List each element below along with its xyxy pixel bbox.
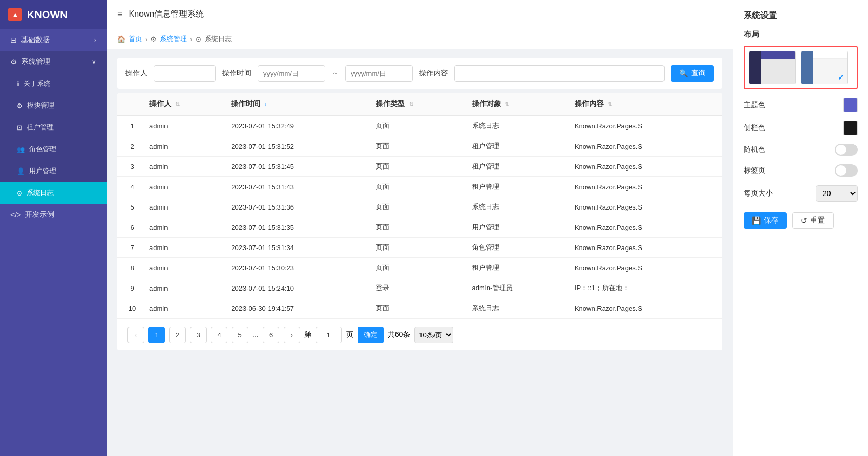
save-button-label: 保存 — [764, 216, 778, 225]
sidebar-item-tenant-mgmt[interactable]: ⊡ 租户管理 — [0, 116, 107, 138]
cell-target: 租户管理 — [466, 136, 568, 157]
sidebar-item-label: 用户管理 — [29, 166, 56, 176]
cell-type: 页面 — [369, 298, 465, 319]
gear-icon: ⚙ — [10, 58, 17, 66]
user-icon: 👤 — [17, 167, 25, 175]
content-input[interactable] — [454, 65, 665, 82]
cell-index: 5 — [117, 197, 143, 217]
page-btn-1[interactable]: 1 — [148, 327, 165, 343]
col-operator[interactable]: 操作人 ⇅ — [143, 93, 225, 115]
cell-operator: admin — [143, 258, 225, 278]
sidebar-item-about-system[interactable]: ℹ 关于系统 — [0, 73, 107, 95]
sort-icon-time[interactable]: ↓ — [264, 101, 267, 107]
content-area: 操作人 操作时间 ～ 操作内容 🔍 查询 操作人 ⇅ — [107, 49, 733, 456]
page-btn-5[interactable]: 5 — [232, 327, 248, 343]
save-button[interactable]: 💾 保存 — [744, 212, 787, 229]
page-confirm-button[interactable]: 确定 — [358, 327, 384, 343]
sidebar-item-label: 开发示例 — [25, 210, 54, 219]
date-start-input[interactable] — [258, 65, 325, 82]
cell-index: 3 — [117, 157, 143, 177]
system-mgmt-submenu: ℹ 关于系统 ⚙ 模块管理 ⊡ 租户管理 👥 角色管理 👤 — [0, 73, 107, 204]
cell-type: 页面 — [369, 217, 465, 238]
table-row: 6 admin 2023-07-01 15:31:35 页面 用户管理 Know… — [117, 217, 722, 238]
tab-page-toggle[interactable] — [835, 164, 858, 177]
sidebar-item-label: 系统日志 — [27, 188, 54, 198]
page-btn-4[interactable]: 4 — [211, 327, 227, 343]
table-row: 5 admin 2023-07-01 15:31:36 页面 系统日志 Know… — [117, 197, 722, 217]
total-info: 共60条 — [388, 330, 411, 340]
cell-content: Known.Razor.Pages.S — [568, 157, 722, 177]
sidebar-item-user-mgmt[interactable]: 👤 用户管理 — [0, 160, 107, 182]
home-icon: 🏠 — [117, 35, 125, 43]
cell-target: 系统日志 — [466, 298, 568, 319]
sort-icon-type[interactable]: ⇅ — [409, 101, 413, 107]
layout-dark-content — [761, 59, 795, 84]
cell-time: 2023-07-01 15:24:10 — [225, 278, 369, 298]
page-size-select[interactable]: 10条/页 20条/页 50条/页 — [414, 327, 453, 343]
col-content[interactable]: 操作内容 ⇅ — [568, 93, 722, 115]
page-btn-3[interactable]: 3 — [190, 327, 207, 343]
layout-option-light[interactable] — [801, 51, 848, 84]
cell-target: 租户管理 — [466, 177, 568, 197]
sidebar-item-module-mgmt[interactable]: ⚙ 模块管理 — [0, 95, 107, 116]
layout-selector — [744, 46, 858, 89]
layout-option-dark[interactable] — [749, 51, 796, 84]
cell-target: 系统日志 — [466, 197, 568, 217]
breadcrumb-system-mgmt[interactable]: 系统管理 — [160, 34, 187, 44]
cell-type: 页面 — [369, 157, 465, 177]
sort-icon-operator[interactable]: ⇅ — [175, 101, 180, 107]
breadcrumb-home[interactable]: 首页 — [129, 34, 142, 44]
page-btn-2[interactable]: 2 — [169, 327, 186, 343]
log-icon-breadcrumb: ⊙ — [196, 35, 201, 43]
table-row: 3 admin 2023-07-01 15:31:45 页面 租户管理 Know… — [117, 157, 722, 177]
cell-content: Known.Razor.Pages.S — [568, 177, 722, 197]
sidebar-item-basic-data[interactable]: ⊟ 基础数据 › — [0, 29, 107, 51]
logo: ▲ KNOWN — [0, 0, 107, 29]
query-button-label: 查询 — [691, 69, 706, 78]
operator-input[interactable] — [154, 65, 216, 82]
col-target[interactable]: 操作对象 ⇅ — [466, 93, 568, 115]
sidebar-color-swatch[interactable] — [843, 121, 858, 135]
page-goto-input[interactable] — [316, 327, 342, 343]
theme-color-swatch[interactable] — [843, 98, 858, 112]
table-row: 2 admin 2023-07-01 15:31:52 页面 租户管理 Know… — [117, 136, 722, 157]
sidebar-item-system-log[interactable]: ⊙ 系统日志 — [0, 182, 107, 204]
settings-actions: 💾 保存 ↺ 重置 — [744, 212, 858, 229]
page-btn-6[interactable]: 6 — [263, 327, 279, 343]
time-label: 操作时间 — [222, 69, 251, 78]
pagination-bar: ‹ 1 2 3 4 5 ... 6 › 第 页 确定 共60条 10条/页 20… — [117, 319, 722, 350]
reset-button[interactable]: ↺ 重置 — [792, 212, 834, 229]
database-icon: ⊟ — [10, 36, 17, 44]
cell-operator: admin — [143, 115, 225, 136]
data-table: 操作人 ⇅ 操作时间 ↓ 操作类型 ⇅ 操作对象 — [117, 93, 722, 319]
table-body: 1 admin 2023-07-01 15:32:49 页面 系统日志 Know… — [117, 115, 722, 319]
logo-text: KNOWN — [27, 9, 68, 21]
layout-dark-sidebar — [749, 51, 761, 84]
table-row: 4 admin 2023-07-01 15:31:43 页面 租户管理 Know… — [117, 177, 722, 197]
query-button[interactable]: 🔍 查询 — [671, 65, 714, 82]
sidebar-color-label: 侧栏色 — [744, 123, 765, 133]
cell-time: 2023-07-01 15:31:35 — [225, 217, 369, 238]
reset-icon: ↺ — [801, 216, 807, 225]
sidebar-item-dev-example[interactable]: </> 开发示例 — [0, 204, 107, 226]
tenant-icon: ⊡ — [17, 124, 22, 132]
date-end-input[interactable] — [345, 65, 413, 82]
sidebar-item-system-mgmt[interactable]: ⚙ 系统管理 ∨ — [0, 51, 107, 73]
sort-icon-content[interactable]: ⇅ — [608, 101, 612, 107]
col-time[interactable]: 操作时间 ↓ — [225, 93, 369, 115]
sidebar-item-role-mgmt[interactable]: 👥 角色管理 — [0, 138, 107, 160]
col-type[interactable]: 操作类型 ⇅ — [369, 93, 465, 115]
search-icon: 🔍 — [679, 69, 688, 77]
random-color-label: 随机色 — [744, 145, 765, 154]
tab-page-row: 标签页 — [744, 164, 858, 177]
cell-target: 租户管理 — [466, 157, 568, 177]
sort-icon-target[interactable]: ⇅ — [505, 101, 509, 107]
next-page-button[interactable]: › — [284, 327, 300, 343]
random-color-toggle[interactable] — [835, 144, 858, 156]
page-size-setting-select[interactable]: 10 20 50 100 — [816, 185, 858, 202]
cell-time: 2023-07-01 15:31:43 — [225, 177, 369, 197]
prev-page-button[interactable]: ‹ — [127, 327, 144, 343]
cell-index: 10 — [117, 298, 143, 319]
menu-toggle-icon[interactable]: ≡ — [117, 9, 123, 20]
cell-index: 2 — [117, 136, 143, 157]
